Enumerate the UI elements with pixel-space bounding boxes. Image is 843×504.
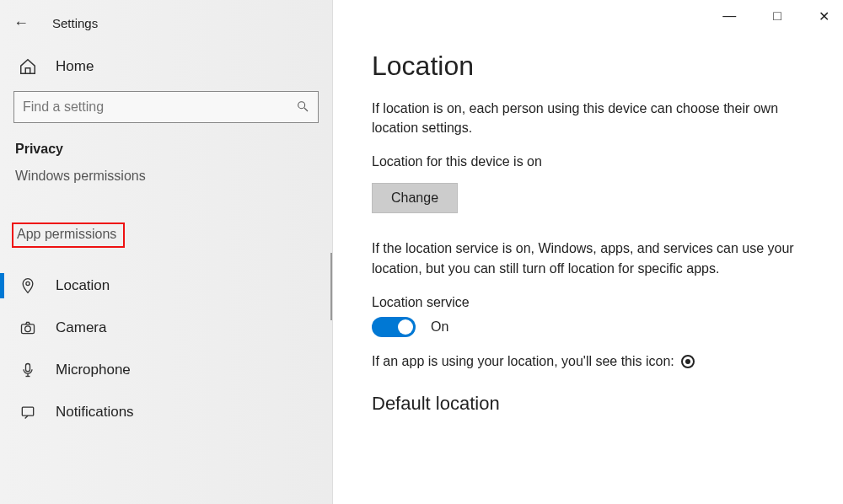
notifications-icon xyxy=(19,403,37,421)
close-button[interactable]: ✕ xyxy=(812,3,836,29)
titlebar: ← Settings xyxy=(0,8,332,37)
app-title: Settings xyxy=(52,16,98,30)
intro-text: If location is on, each person using thi… xyxy=(372,99,802,137)
location-service-label: Location service xyxy=(372,295,818,310)
main-pane: — □ ✕ Location If location is on, each p… xyxy=(333,0,843,504)
home-icon xyxy=(19,57,37,76)
location-icon xyxy=(19,276,37,295)
maximize-button[interactable]: □ xyxy=(766,3,788,29)
toggle-knob xyxy=(398,319,413,335)
sidebar-item-camera[interactable]: Camera xyxy=(0,307,332,349)
scrollbar[interactable] xyxy=(330,253,332,320)
svg-rect-5 xyxy=(26,364,30,372)
svg-point-0 xyxy=(298,101,305,108)
sidebar-home[interactable]: Home xyxy=(0,37,332,91)
default-location-header: Default location xyxy=(372,393,818,415)
svg-point-4 xyxy=(25,326,31,332)
device-status-text: Location for this device is on xyxy=(372,154,818,169)
svg-rect-8 xyxy=(22,407,33,416)
windows-permissions-link[interactable]: Windows permissions xyxy=(0,162,332,189)
nav-list: Location Camera Microphone Notifications xyxy=(0,255,332,433)
camera-icon xyxy=(19,319,37,337)
sidebar-item-location[interactable]: Location xyxy=(0,265,332,307)
privacy-header: Privacy xyxy=(0,126,332,162)
sidebar-item-microphone[interactable]: Microphone xyxy=(0,349,332,391)
sidebar-item-label: Microphone xyxy=(56,362,131,378)
location-indicator-icon xyxy=(681,355,695,368)
search-box[interactable] xyxy=(13,91,319,123)
toggle-state-label: On xyxy=(431,319,448,335)
sidebar-item-label: Notifications xyxy=(56,404,134,421)
page-title: Location xyxy=(372,51,818,82)
icon-note: If an app is using your location, you'll… xyxy=(372,354,818,369)
search-icon xyxy=(296,99,309,115)
search-input[interactable] xyxy=(23,99,296,115)
app-permissions-header: App permissions xyxy=(12,223,125,248)
svg-point-2 xyxy=(26,281,30,285)
sidebar-item-notifications[interactable]: Notifications xyxy=(0,391,332,433)
back-arrow-icon[interactable]: ← xyxy=(13,14,29,32)
sidebar-item-label: Camera xyxy=(56,319,106,336)
icon-note-text: If an app is using your location, you'll… xyxy=(372,354,674,368)
sidebar-item-label: Location xyxy=(56,277,110,294)
change-button[interactable]: Change xyxy=(372,183,458,213)
minimize-button[interactable]: — xyxy=(716,3,743,29)
home-label: Home xyxy=(56,58,94,75)
svg-line-1 xyxy=(304,108,308,111)
location-service-toggle[interactable] xyxy=(372,317,416,337)
sidebar: ← Settings Home Privacy Windows permissi… xyxy=(0,0,333,504)
microphone-icon xyxy=(19,361,37,379)
window-controls: — □ ✕ xyxy=(716,3,836,29)
service-desc-text: If the location service is on, Windows, … xyxy=(372,239,802,277)
